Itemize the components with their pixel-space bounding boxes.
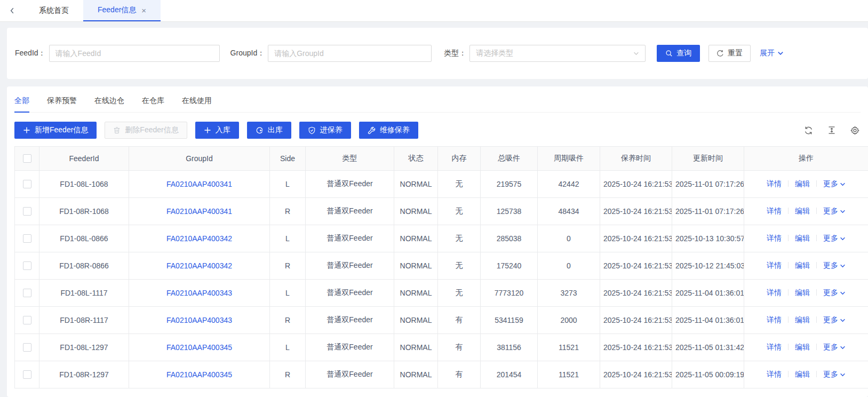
close-icon[interactable]: ×	[141, 6, 146, 14]
more-link[interactable]: 更多	[823, 234, 846, 243]
reset-button[interactable]: 重置	[708, 45, 751, 62]
expand-link[interactable]: 展开	[760, 49, 784, 58]
more-link[interactable]: 更多	[823, 343, 846, 352]
cell-memory: 无	[438, 280, 481, 307]
filter-tabs: 全部保养预警在线边仓在仓库在线使用	[14, 86, 861, 113]
cell-actions: 详情编辑更多	[744, 280, 868, 307]
cell-type: 普通双Feeder	[306, 307, 394, 334]
more-link[interactable]: 更多	[823, 207, 846, 216]
query-button-label: 查询	[676, 49, 691, 58]
cell-group-id: FA0210AAP400345	[129, 334, 270, 361]
edit-link[interactable]: 编辑	[795, 234, 810, 243]
type-select[interactable]: 请选择类型	[469, 45, 646, 62]
groupid-link[interactable]: FA0210AAP400341	[166, 180, 232, 188]
repair-maintenance-button[interactable]: 维修保养	[359, 122, 418, 139]
row-checkbox[interactable]	[23, 316, 31, 324]
row-select-cell	[15, 361, 39, 388]
delete-feeder-button-label: 删除Feeder信息	[125, 125, 178, 135]
detail-link[interactable]: 详情	[767, 261, 782, 271]
more-link[interactable]: 更多	[823, 261, 846, 271]
query-button[interactable]: 查询	[657, 45, 700, 62]
cell-memory: 无	[438, 171, 481, 198]
table-row: FD1-08L-0866FA0210AAP400342L普通双FeederNOR…	[15, 225, 868, 252]
row-checkbox[interactable]	[23, 207, 31, 216]
detail-link[interactable]: 详情	[767, 370, 782, 379]
filter-tab-4[interactable]: 在线使用	[182, 96, 212, 113]
table-row: FD1-08R-0866FA0210AAP400342R普通双FeederNOR…	[15, 252, 868, 280]
groupid-link[interactable]: FA0210AAP400343	[166, 316, 232, 324]
edit-link[interactable]: 编辑	[795, 343, 810, 352]
more-link[interactable]: 更多	[823, 315, 846, 325]
action-divider	[816, 262, 817, 268]
cell-feeder-id: FD1-08L-1297	[39, 334, 129, 361]
select-all-checkbox[interactable]	[23, 154, 31, 163]
more-link[interactable]: 更多	[823, 288, 846, 298]
filter-tab-1[interactable]: 保养预警	[47, 96, 77, 113]
chevron-down-icon	[777, 50, 784, 57]
add-feeder-button[interactable]: 新增Feeder信息	[14, 122, 97, 139]
row-checkbox[interactable]	[23, 180, 31, 188]
action-divider	[816, 289, 817, 296]
groupid-link[interactable]: FA0210AAP400343	[166, 289, 232, 297]
table-row: FD1-08L-1297FA0210AAP400345L普通双FeederNOR…	[15, 334, 868, 361]
edit-link[interactable]: 编辑	[795, 261, 810, 271]
detail-link[interactable]: 详情	[767, 343, 782, 352]
more-link[interactable]: 更多	[823, 179, 846, 189]
edit-link[interactable]: 编辑	[795, 207, 810, 216]
cell-feeder-id: FD1-08R-1297	[39, 361, 129, 388]
row-checkbox[interactable]	[23, 234, 31, 243]
tab-feeder-info[interactable]: Feeder信息 ×	[83, 0, 161, 21]
filter-tab-0[interactable]: 全部	[14, 96, 29, 113]
cell-maintain-time: 2025-10-24 16:21:53	[600, 361, 672, 388]
detail-link[interactable]: 详情	[767, 288, 782, 298]
detail-link[interactable]: 详情	[767, 234, 782, 243]
more-link[interactable]: 更多	[823, 370, 846, 379]
toolbar-buttons: 新增Feeder信息删除Feeder信息入库出库进保养维修保养	[14, 122, 426, 139]
column-height-icon[interactable]	[827, 126, 836, 134]
enter-maintenance-button[interactable]: 进保养	[299, 122, 351, 139]
row-checkbox[interactable]	[23, 261, 31, 270]
groupid-link[interactable]: FA0210AAP400345	[166, 370, 232, 379]
edit-link[interactable]: 编辑	[795, 288, 810, 298]
feedid-input[interactable]	[49, 45, 220, 62]
edit-link[interactable]: 编辑	[795, 370, 810, 379]
detail-link[interactable]: 详情	[767, 179, 782, 189]
detail-link[interactable]: 详情	[767, 315, 782, 325]
row-checkbox[interactable]	[23, 370, 31, 379]
table-row: FD1-08L-1117FA0210AAP400343L普通双FeederNOR…	[15, 280, 868, 307]
action-divider	[816, 316, 817, 323]
edit-link[interactable]: 编辑	[795, 315, 810, 325]
groupid-link[interactable]: FA0210AAP400342	[166, 261, 232, 270]
inbound-button[interactable]: 入库	[195, 122, 239, 139]
edit-link[interactable]: 编辑	[795, 179, 810, 189]
groupid-input[interactable]	[268, 45, 432, 62]
cell-type: 普通双Feeder	[306, 252, 394, 280]
action-divider	[788, 344, 789, 350]
back-chevron-icon[interactable]	[0, 0, 25, 21]
cell-actions: 详情编辑更多	[744, 307, 868, 334]
tab-system-home[interactable]: 系统首页	[25, 0, 83, 21]
cell-type: 普通双Feeder	[306, 280, 394, 307]
settings-icon[interactable]	[850, 126, 859, 135]
toolbar: 新增Feeder信息删除Feeder信息入库出库进保养维修保养	[14, 122, 861, 139]
detail-link[interactable]: 详情	[767, 207, 782, 216]
filter-tab-3[interactable]: 在仓库	[142, 96, 164, 113]
outbound-button[interactable]: 出库	[247, 122, 291, 139]
cell-actions: 详情编辑更多	[744, 334, 868, 361]
cell-side: R	[270, 252, 306, 280]
groupid-link[interactable]: FA0210AAP400345	[166, 343, 232, 352]
select-all-cell	[15, 147, 39, 171]
plus-icon	[204, 126, 211, 134]
cell-actions: 详情编辑更多	[744, 252, 868, 280]
groupid-link[interactable]: FA0210AAP400341	[166, 207, 232, 216]
table-row: FD1-08R-1117FA0210AAP400343R普通双FeederNOR…	[15, 307, 868, 334]
filter-tab-2[interactable]: 在线边仓	[94, 96, 124, 113]
column-header-10: 操作	[744, 147, 868, 171]
row-checkbox[interactable]	[23, 343, 31, 352]
row-checkbox[interactable]	[23, 289, 31, 297]
logout-icon	[256, 126, 264, 134]
delete-feeder-button[interactable]: 删除Feeder信息	[105, 122, 187, 139]
groupid-link[interactable]: FA0210AAP400342	[166, 234, 232, 243]
refresh-icon[interactable]	[804, 126, 813, 135]
cell-maintain-time: 2025-10-24 16:21:53	[600, 252, 672, 280]
